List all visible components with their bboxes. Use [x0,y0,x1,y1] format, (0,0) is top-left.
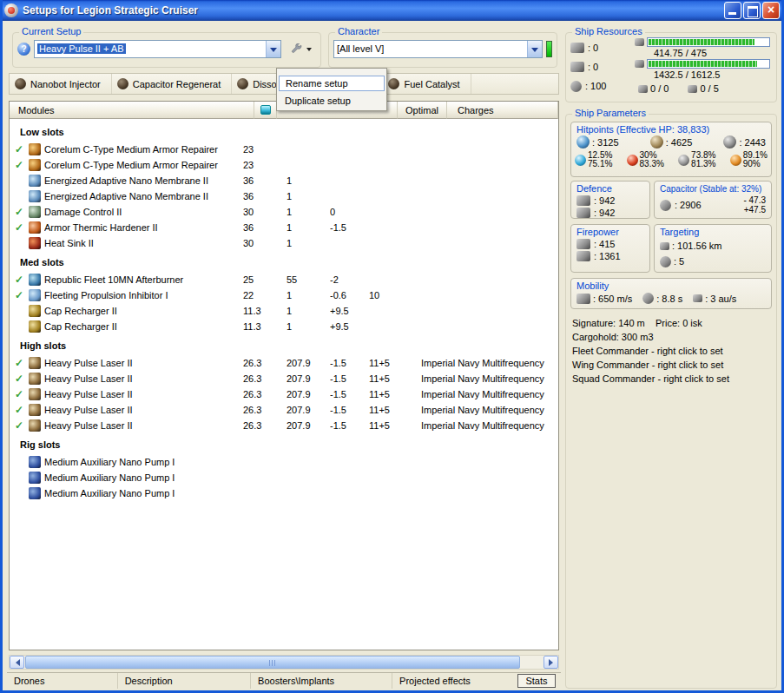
setup-tools-button[interactable] [285,40,316,58]
max-targets: : 5 [660,254,698,269]
module-value-2: 207.9 [287,389,330,399]
module-row[interactable]: ✓Heavy Pulse Laser II26.3207.9-1.511+5Im… [10,402,558,418]
module-row[interactable]: Energized Adaptive Nano Membrane II361 [10,188,558,204]
minimize-button[interactable] [724,2,741,19]
mobility-label: Mobility [571,279,771,291]
scan-resolution-value: : 325 mm [672,272,712,273]
module-row[interactable]: ✓Corelum C-Type Medium Armor Repairer23 [10,142,558,157]
module-row[interactable]: ✓Damage Control II3010 [10,204,558,220]
subsystem-tab-nanobot-injector[interactable]: Nanobot Injector [10,74,112,94]
module-row[interactable]: ✓Corelum C-Type Medium Armor Repairer23 [10,157,558,173]
dps-icon [576,239,590,249]
scroll-right-icon[interactable] [544,656,558,669]
capacitor-drain: - 47.3 [743,195,766,205]
tab-drones[interactable]: Drones [7,673,118,689]
module-active-check-icon[interactable]: ✓ [15,289,29,301]
em-resist: 12.5%75.1% [575,151,612,168]
tab-projected-effects[interactable]: Projected effects [392,673,517,689]
subsystem-tab-label: Nanobot Injector [30,79,101,89]
armor-repair: : 942 [571,206,649,218]
module-active-check-icon[interactable]: ✓ [15,404,29,416]
maximize-button[interactable] [743,2,761,19]
subsystem-tab-label: Dissol [253,79,279,89]
module-value-1: 26.3 [243,389,287,399]
tab-boosters-implants[interactable]: Boosters\Implants [251,673,392,689]
cap-recharger-icon [29,320,41,333]
eft-window: Setups for Legion Strategic Cruiser × Cu… [0,0,784,693]
module-value-1: 36 [243,191,287,201]
charges-column-header[interactable]: Charges [447,102,558,119]
subsystem-tab-fuel-catalyst[interactable]: Fuel Catalyst [383,74,471,94]
module-active-check-icon[interactable]: ✓ [15,274,29,286]
scroll-left-icon[interactable] [10,656,24,669]
module-row[interactable]: ✓Armor Thermic Hardener II361-1.5 [10,220,558,235]
character-combobox-dropdown-icon[interactable] [527,41,542,57]
cpu-bar [647,37,770,47]
nano-membrane-icon [29,190,41,202]
module-active-check-icon[interactable]: ✓ [15,373,29,385]
module-active-check-icon[interactable]: ✓ [15,388,29,400]
module-row[interactable]: Cap Recharger II11.31+9.5 [10,319,558,334]
left-pane: Current Setup ? Heavy Pulse II + AB Ch [7,24,561,689]
squad-commander-text[interactable]: Squad Commander - right click to set [572,372,774,386]
subsystem-tab-capacitor-regenerator[interactable]: Capacitor Regenerat [112,74,233,94]
fleet-commander-text[interactable]: Fleet Commander - right click to set [572,344,774,358]
module-row[interactable]: ✓Fleeting Propulsion Inhibitor I221-0.61… [10,287,558,303]
charges-column-icon-header[interactable] [254,102,277,119]
module-value-1: 11.3 [243,306,287,316]
help-icon[interactable]: ? [17,43,30,56]
menu-item-duplicate-setup[interactable]: Duplicate setup [277,93,386,109]
module-row[interactable]: Heat Sink II301 [10,235,558,251]
subsystem-tab-label: Capacitor Regenerat [133,79,221,89]
armor-repairer-icon [29,143,41,155]
module-row[interactable]: Energized Adaptive Nano Membrane II361 [10,173,558,188]
module-row[interactable]: ✓Heavy Pulse Laser II26.3207.9-1.511+5Im… [10,371,558,386]
wing-commander-text[interactable]: Wing Commander - right click to set [572,358,774,372]
drone-count: 0 / 5 [688,83,718,94]
stats-button[interactable]: Stats [517,674,556,688]
module-name: Cap Recharger II [44,306,243,316]
module-optimal-value: 11+5 [369,389,421,399]
module-charge: Imperial Navy Multifrequency [421,358,558,368]
module-name: Armor Thermic Hardener II [44,222,243,233]
module-row[interactable]: Medium Auxiliary Nano Pump I [10,470,558,485]
align-time-icon [642,293,654,304]
capacitor-icon [660,200,671,211]
module-value-1: 25 [243,274,287,285]
module-active-check-icon[interactable]: ✓ [15,357,29,369]
module-row[interactable]: Cap Recharger II11.31+9.5 [10,303,558,319]
module-charge: Imperial Navy Multifrequency [421,373,558,384]
module-row[interactable]: ✓Heavy Pulse Laser II26.3207.9-1.511+5Im… [10,386,558,402]
module-row[interactable]: ✓Heavy Pulse Laser II26.3207.9-1.511+5Im… [10,355,558,371]
module-name: Heat Sink II [44,238,243,248]
horizontal-scrollbar[interactable] [9,655,559,670]
modules-column-header[interactable]: Modules [10,102,254,119]
optimal-column-header[interactable]: Optimal [398,102,447,119]
hscroll-thumb[interactable] [25,656,520,669]
subsystem-icon [237,78,248,89]
module-optimal-value: 11+5 [369,358,421,368]
module-row[interactable]: ✓Heavy Pulse Laser II26.3207.9-1.511+5Im… [10,418,558,433]
module-active-check-icon[interactable]: ✓ [15,206,29,218]
module-row[interactable]: Medium Auxiliary Nano Pump I [10,454,558,470]
ship-resources-group: Ship Resources : 0 : 0 : 100 [565,26,777,102]
menu-item-rename-setup[interactable]: Rename setup [279,76,385,91]
module-active-check-icon[interactable]: ✓ [15,221,29,234]
afterburner-icon [29,274,41,286]
module-row[interactable]: ✓Republic Fleet 10MN Afterburner2555-2 [10,272,558,287]
module-value-3: -2 [330,274,369,285]
armor-repairer-icon [29,159,41,171]
module-active-check-icon[interactable]: ✓ [15,143,29,155]
structure-hp-value: : 2443 [739,137,766,148]
max-velocity-icon [576,294,590,304]
module-name: Heavy Pulse Laser II [44,389,243,399]
tab-description[interactable]: Description [118,673,251,689]
shield-recharge: : 942 [571,194,649,206]
module-row[interactable]: Medium Auxiliary Nano Pump I [10,485,558,501]
setup-combobox[interactable]: Heavy Pulse II + AB [34,40,281,58]
character-combobox[interactable]: [All level V] [333,40,543,58]
close-button[interactable]: × [762,2,780,19]
module-active-check-icon[interactable]: ✓ [15,419,29,432]
setup-combobox-dropdown-icon[interactable] [266,41,280,57]
module-active-check-icon[interactable]: ✓ [15,159,29,171]
